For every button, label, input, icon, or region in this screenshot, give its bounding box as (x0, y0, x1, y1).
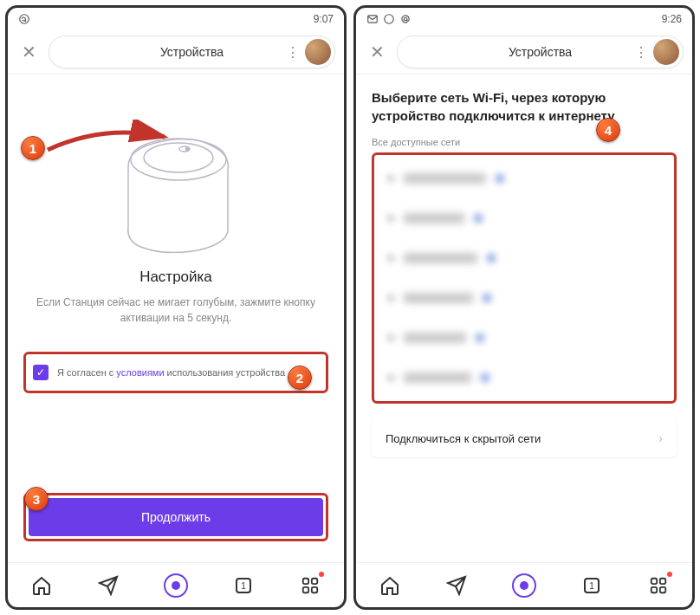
svg-rect-17 (660, 578, 665, 583)
setup-description: Если Станция сейчас не мигает голубым, з… (23, 295, 328, 326)
arrow-icon (43, 120, 173, 172)
nav-apps-icon[interactable] (646, 573, 671, 598)
more-icon[interactable]: ⋮ (634, 44, 648, 61)
avatar[interactable] (305, 39, 331, 65)
status-time: 9:26 (662, 13, 682, 25)
svg-rect-9 (303, 586, 308, 592)
hidden-network-button[interactable]: Подключиться к скрытой сети › (372, 419, 677, 457)
marker-2: 2 (288, 366, 312, 390)
wifi-network-item[interactable] (378, 318, 671, 358)
close-icon[interactable]: ✕ (365, 38, 390, 66)
bottom-nav: 1 (356, 562, 692, 607)
chevron-right-icon: › (658, 431, 663, 445)
nav-send-icon[interactable] (444, 573, 469, 598)
svg-point-12 (385, 15, 394, 24)
svg-text:1: 1 (241, 581, 246, 591)
status-time: 9:07 (314, 13, 334, 25)
nav-tabs-icon[interactable]: 1 (231, 573, 256, 598)
svg-text:1: 1 (589, 581, 594, 591)
nav-home-icon[interactable] (378, 573, 402, 598)
consent-checkbox[interactable]: ✓ (33, 365, 49, 380)
header: ✕ Устройства ⋮ (356, 30, 692, 74)
svg-point-0 (20, 15, 29, 24)
continue-button[interactable]: Продолжить (29, 498, 323, 536)
header: ✕ Устройства ⋮ (8, 30, 344, 74)
wifi-network-item[interactable] (378, 159, 671, 198)
nav-badge (319, 572, 324, 577)
nav-badge (667, 572, 672, 577)
avatar[interactable] (653, 39, 679, 65)
svg-rect-19 (660, 586, 665, 592)
nav-alice-icon[interactable] (512, 573, 536, 598)
mail-icon (366, 13, 379, 25)
nav-send-icon[interactable] (96, 573, 120, 598)
nav-apps-icon[interactable] (298, 573, 322, 598)
consent-row: ✓ Я согласен с условиями использования у… (23, 352, 328, 393)
header-pill[interactable]: Устройства ⋮ (49, 36, 335, 68)
phone-right: 9:26 ✕ Устройства ⋮ Выберите сеть Wi-Fi,… (353, 5, 695, 610)
wifi-network-item[interactable] (378, 238, 671, 278)
nav-tabs-icon[interactable]: 1 (580, 573, 604, 598)
continue-wrap: Продолжить (23, 493, 328, 541)
svg-rect-10 (312, 586, 317, 592)
header-pill[interactable]: Устройства ⋮ (397, 36, 684, 68)
phone-left: 9:07 ✕ Устройства ⋮ (5, 5, 347, 610)
nav-home-icon[interactable] (29, 573, 54, 598)
wifi-network-item[interactable] (378, 358, 671, 398)
svg-rect-7 (303, 578, 308, 583)
wifi-network-item[interactable] (378, 278, 671, 318)
svg-point-4 (186, 148, 189, 151)
content-area: Выберите сеть Wi-Fi, через которую устро… (356, 74, 692, 562)
wifi-subheading: Все доступные сети (372, 137, 677, 147)
more-icon[interactable]: ⋮ (286, 44, 300, 61)
svg-rect-8 (312, 578, 317, 583)
whatsapp-icon (383, 13, 395, 25)
wifi-network-item[interactable] (378, 198, 671, 238)
setup-title: Настройка (23, 269, 328, 286)
svg-rect-16 (651, 578, 657, 583)
at-icon (399, 13, 412, 25)
status-bar: 9:07 (8, 8, 344, 30)
hidden-network-label: Подключиться к скрытой сети (386, 432, 541, 445)
wifi-list (372, 152, 677, 404)
svg-rect-18 (651, 586, 657, 592)
page-title: Устройства (509, 45, 572, 59)
page-title: Устройства (160, 45, 224, 59)
close-icon[interactable]: ✕ (16, 38, 42, 66)
marker-1: 1 (21, 136, 45, 160)
status-bar: 9:26 (356, 8, 692, 30)
bottom-nav: 1 (8, 562, 344, 607)
marker-3: 3 (24, 487, 49, 511)
terms-link[interactable]: условиями (116, 367, 164, 378)
wifi-heading: Выберите сеть Wi-Fi, через которую устро… (372, 88, 677, 125)
nav-alice-icon[interactable] (164, 573, 188, 598)
consent-text: Я согласен с условиями использования уст… (57, 367, 285, 378)
whatsapp-icon (18, 13, 30, 25)
marker-4: 4 (596, 118, 620, 142)
